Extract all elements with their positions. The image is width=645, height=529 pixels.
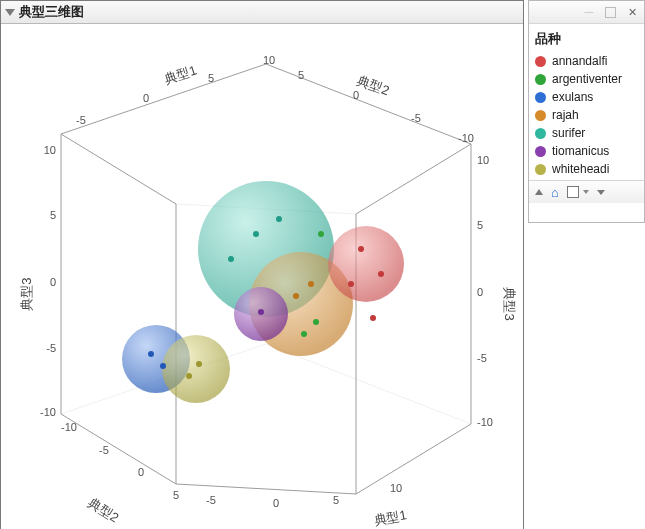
svg-point-15 [358,246,364,252]
axis3-tick: 10 [44,144,56,156]
legend: 品种 annandalfiargentiventerexulansrajahsu… [529,24,644,180]
legend-item-whiteheadi[interactable]: whiteheadi [535,160,638,178]
axis2-tick: 5 [298,69,304,81]
svg-point-21 [301,331,307,337]
close-icon[interactable] [626,6,638,18]
svg-point-26 [253,231,259,237]
svg-line-11 [356,424,471,494]
svg-point-17 [348,281,354,287]
svg-line-13 [266,344,471,424]
legend-swatch-icon [535,110,546,121]
axis-label-c1-bottom: 典型1 [373,507,408,528]
svg-point-30 [293,293,299,299]
svg-point-20 [313,319,319,325]
axis2b-tick: 5 [173,489,179,501]
legend-item-label: rajah [552,106,579,124]
axis-label-c2-bottom: 典型2 [85,495,121,525]
legend-swatch-icon [535,128,546,139]
axis3-tick: 0 [50,276,56,288]
legend-toolbar: ⌂ [529,180,644,203]
chart-panel: 典型三维图 [0,0,524,529]
sphere-whiteheadi [162,335,230,403]
axis1b-tick: -5 [206,494,216,506]
axis2-tick: -10 [458,132,474,144]
legend-window-controls [529,1,644,24]
legend-swatch-icon [535,146,546,157]
axis1-tick: 10 [263,54,275,66]
svg-point-19 [318,231,324,237]
svg-point-29 [258,309,264,315]
legend-item-argentiventer[interactable]: argentiventer [535,70,638,88]
legend-swatch-icon [535,56,546,67]
disclosure-triangle-icon[interactable] [5,9,15,16]
axis3r-tick: 10 [477,154,489,166]
axis3r-tick: -10 [477,416,493,428]
legend-item-label: surifer [552,124,585,142]
axis-label-c2-top: 典型2 [355,73,391,98]
svg-line-6 [61,134,176,204]
legend-item-surifer[interactable]: surifer [535,124,638,142]
minimize-icon[interactable] [583,6,595,18]
svg-line-9 [61,414,176,484]
svg-line-10 [176,484,356,494]
svg-point-28 [276,216,282,222]
legend-swatch-icon [535,92,546,103]
legend-item-tiomanicus[interactable]: tiomanicus [535,142,638,160]
menu-dropdown-icon[interactable] [597,190,605,195]
axis1b-tick: 5 [333,494,339,506]
toolbar-box-icon[interactable] [567,186,579,198]
axis-label-c3-left: 典型3 [19,277,34,310]
sphere-annandalfi [328,226,404,302]
svg-point-24 [196,361,202,367]
legend-swatch-icon [535,164,546,175]
chart-title-bar[interactable]: 典型三维图 [1,1,523,24]
legend-item-exulans[interactable]: exulans [535,88,638,106]
axis3-tick: 5 [50,209,56,221]
legend-item-label: whiteheadi [552,160,609,178]
toolbar-expand-icon[interactable] [535,189,543,195]
legend-item-label: exulans [552,88,593,106]
legend-item-label: argentiventer [552,70,622,88]
svg-point-27 [228,256,234,262]
app-root: 典型三维图 [0,0,645,529]
chart-title: 典型三维图 [19,3,84,21]
svg-point-22 [148,351,154,357]
axis1-tick: -5 [76,114,86,126]
legend-title: 品种 [535,30,638,48]
axis1-tick: 5 [208,72,214,84]
axis2b-tick: -5 [99,444,109,456]
legend-item-rajah[interactable]: rajah [535,106,638,124]
dropdown-icon[interactable] [583,190,589,194]
axis2-tick: 0 [353,89,359,101]
legend-panel: 品种 annandalfiargentiventerexulansrajahsu… [528,0,645,223]
axis-label-c3-right: 典型3 [502,287,517,320]
axis1b-tick: 0 [273,497,279,509]
axis3r-tick: 5 [477,219,483,231]
axis-label-c1-top: 典型1 [162,62,198,87]
svg-point-31 [308,281,314,287]
axis3-tick: -10 [40,406,56,418]
legend-swatch-icon [535,74,546,85]
axis2b-tick: 0 [138,466,144,478]
axis1-tick: 0 [143,92,149,104]
svg-point-16 [378,271,384,277]
axis3-tick: -5 [46,342,56,354]
svg-line-7 [356,144,471,214]
axis1b-tick: 10 [390,482,402,494]
axis3r-tick: 0 [477,286,483,298]
axis3r-tick: -5 [477,352,487,364]
axis2b-tick: -10 [61,421,77,433]
chart-3d-viewport[interactable]: -5 0 5 10 5 0 -5 -10 10 5 0 -5 [1,24,523,529]
legend-item-annandalfi[interactable]: annandalfi [535,52,638,70]
axis2-tick: -5 [411,112,421,124]
svg-point-23 [160,363,166,369]
maximize-icon[interactable] [605,7,616,18]
svg-point-25 [186,373,192,379]
legend-item-label: annandalfi [552,52,607,70]
legend-item-label: tiomanicus [552,142,609,160]
svg-point-18 [370,315,376,321]
home-icon[interactable]: ⌂ [551,186,559,199]
